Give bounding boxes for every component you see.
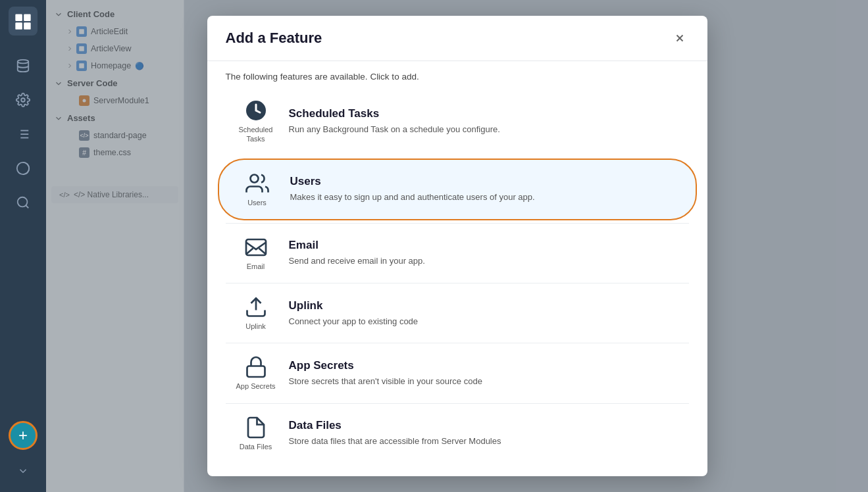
svg-point-22 [250,174,258,182]
users-info: Users Makes it easy to sign up and and a… [290,175,677,204]
svg-point-13 [18,197,28,207]
add-feature-modal: Add a Feature The following features are… [207,16,707,476]
collapse-sidebar-button[interactable] [9,456,38,485]
app-secrets-desc: Store secrets that aren't visible in you… [289,375,678,388]
feature-item-users[interactable]: Users Users Makes it easy to sign up and… [218,159,697,220]
app-secrets-name: App Secrets [289,359,678,372]
modal-header: Add a Feature [207,16,707,61]
app-secrets-info: App Secrets Store secrets that aren't vi… [289,359,678,388]
modal-title: Add a Feature [226,30,322,47]
feature-item-data-files[interactable]: Data Files Data Files Store data files t… [218,404,697,463]
svg-point-4 [18,60,29,64]
scheduled-tasks-desc: Run any Background Task on a schedule yo… [289,123,678,136]
email-icon-wrap: Email [236,235,276,271]
data-files-name: Data Files [289,419,678,432]
users-icon-label: Users [247,198,267,207]
uplink-icon [244,295,268,319]
list-nav-icon[interactable] [9,120,38,149]
feature-item-app-secrets[interactable]: App Secrets App Secrets Store secrets th… [218,343,697,403]
svg-line-24 [246,248,253,254]
email-icon [244,235,268,259]
data-files-icon-wrap: Data Files [236,416,276,451]
scheduled-tasks-icon-label: ScheduledTasks [239,125,273,144]
app-secrets-icon-wrap: App Secrets [236,355,276,391]
users-name: Users [290,175,677,188]
users-icon [245,172,269,195]
close-icon [674,32,686,44]
palette-nav-icon[interactable] [9,154,38,183]
database-nav-icon[interactable] [9,51,38,80]
svg-rect-27 [247,366,265,378]
feature-item-uplink[interactable]: Uplink Uplink Connect your app to existi… [218,283,697,343]
sidebar: + [0,0,46,492]
clock-icon [244,99,268,122]
data-files-info: Data Files Store data files that are acc… [289,419,678,448]
features-list: ScheduledTasks Scheduled Tasks Run any B… [207,87,707,476]
lock-icon [244,355,268,379]
add-feature-button[interactable]: + [9,421,38,450]
uplink-info: Uplink Connect your app to existing code [289,299,678,328]
email-info: Email Send and receive email in your app… [289,239,678,268]
feature-item-scheduled-tasks[interactable]: ScheduledTasks Scheduled Tasks Run any B… [218,87,697,156]
app-logo[interactable] [9,7,38,36]
scheduled-tasks-info: Scheduled Tasks Run any Background Task … [289,107,678,136]
svg-rect-2 [15,22,22,30]
app-secrets-icon-label: App Secrets [236,381,276,391]
scheduled-tasks-icon-wrap: ScheduledTasks [236,99,276,144]
logo-icon [14,12,32,30]
search-nav-icon[interactable] [9,188,38,217]
modal-subtitle: The following features are available. Cl… [207,61,707,87]
svg-rect-0 [15,14,22,22]
feature-item-email[interactable]: Email Email Send and receive email in yo… [218,224,697,283]
email-name: Email [289,239,678,252]
files-icon [244,416,268,439]
gear-nav-icon[interactable] [9,86,38,114]
email-desc: Send and receive email in your app. [289,255,678,268]
data-files-icon-label: Data Files [240,442,272,451]
svg-line-14 [26,205,28,208]
svg-point-5 [21,98,25,102]
svg-line-25 [259,248,266,254]
uplink-icon-label: Uplink [245,322,266,331]
email-icon-label: Email [247,262,265,271]
scheduled-tasks-name: Scheduled Tasks [289,107,678,120]
modal-close-button[interactable] [671,29,689,47]
users-icon-wrap: Users [238,172,277,207]
modal-backdrop: Add a Feature The following features are… [46,0,868,492]
svg-rect-3 [24,22,30,30]
uplink-desc: Connect your app to existing code [289,315,678,328]
uplink-name: Uplink [289,299,678,312]
data-files-desc: Store data files that are accessible fro… [289,435,678,448]
users-desc: Makes it easy to sign up and and authent… [290,191,677,204]
uplink-icon-wrap: Uplink [236,295,276,331]
svg-rect-1 [24,14,30,22]
